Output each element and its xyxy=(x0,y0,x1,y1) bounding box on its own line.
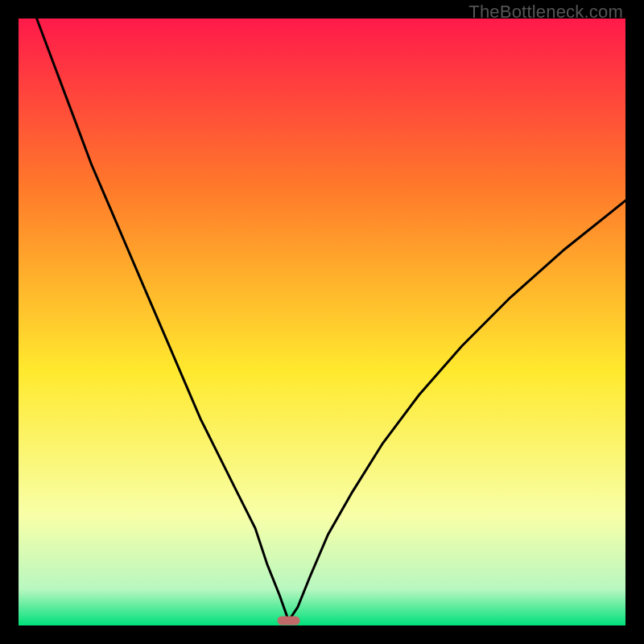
chart-frame xyxy=(19,19,625,625)
bottleneck-chart xyxy=(19,19,625,625)
watermark-text: TheBottleneck.com xyxy=(469,2,623,23)
gradient-background xyxy=(19,19,625,625)
optimal-marker xyxy=(278,617,300,625)
